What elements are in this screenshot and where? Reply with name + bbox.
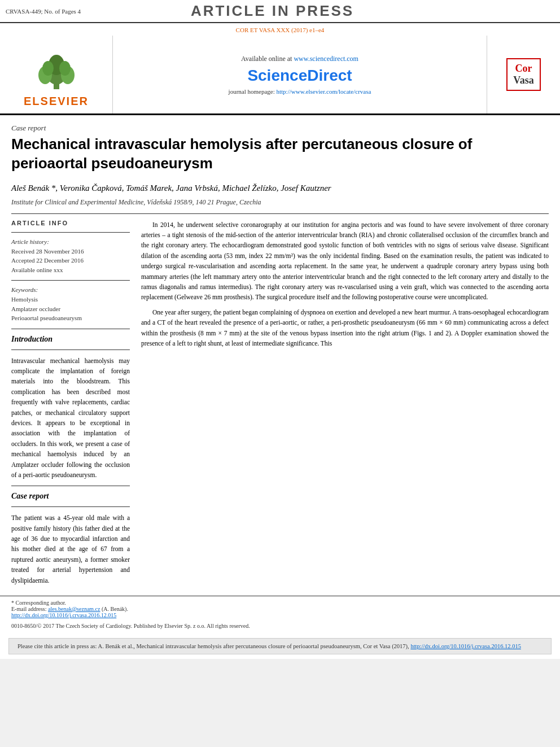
divider-5 — [11, 350, 130, 350]
copyright-section: 0010-8650/© 2017 The Czech Society of Ca… — [0, 621, 560, 634]
authors-text: Aleš Benák *, Veronika Čapková, Tomáš Ma… — [11, 184, 331, 193]
main-content: Case report Mechanical intravascular hem… — [0, 115, 560, 596]
journal-header-center: Available online at www.sciencedirect.co… — [113, 36, 487, 113]
divider-2 — [11, 232, 130, 233]
journal-homepage-url[interactable]: http://www.elsevier.com/locate/crvasa — [277, 88, 371, 95]
accepted-date: Accepted 22 December 2016 — [11, 256, 130, 265]
journal-header: ELSEVIER Available online at www.science… — [0, 36, 560, 115]
page: CRVASA-449; No. of Pages 4 ARTICLE IN PR… — [0, 0, 560, 659]
svg-point-5 — [42, 61, 54, 76]
article-history-section: Article history: Received 28 November 20… — [11, 238, 130, 275]
journal-ref: COR ET VASA XXX (2017) e1–e4 — [236, 27, 325, 33]
available-online: Available online xxx — [11, 265, 130, 275]
affiliation: Institute for Clinical and Experimental … — [11, 198, 549, 207]
article-info-title: ARTICLE INFO — [11, 220, 130, 226]
corresponding-note: * Corresponding author. — [11, 600, 549, 606]
authors: Aleš Benák *, Veronika Čapková, Tomáš Ma… — [11, 181, 549, 195]
divider-3 — [11, 280, 130, 281]
introduction-title: Introduction — [11, 335, 130, 344]
received-date: Received 28 November 2016 — [11, 247, 130, 256]
elsevier-tree-icon — [31, 41, 82, 92]
case-report-section-left: Case report The patient was a 45-year ol… — [11, 492, 130, 586]
citation-doi-link[interactable]: http://dx.doi.org/10.1016/j.crvasa.2016.… — [410, 643, 521, 649]
case-report-title: Case report — [11, 492, 130, 501]
case-report-text3: One year after surgery, the patient bega… — [141, 307, 549, 349]
main-body-column: In 2014, he underwent selective coronaro… — [141, 220, 549, 590]
svg-point-6 — [59, 61, 71, 76]
keyword-3: Perioaortal pseudoaneurysm — [11, 313, 130, 323]
email-label: E-mail address: — [11, 606, 46, 612]
top-banner: CRVASA-449; No. of Pages 4 ARTICLE IN PR… — [0, 0, 560, 23]
footnote-section: * Corresponding author. E-mail address: … — [0, 596, 560, 621]
corvasa-logo: Cor Vasa — [506, 58, 540, 91]
corresponding-label: * Corresponding author. — [11, 600, 66, 606]
available-online-text: Available online at www.sciencedirect.co… — [241, 55, 358, 63]
elsevier-logo-area: ELSEVIER — [0, 36, 113, 113]
divider-7 — [11, 506, 130, 507]
journal-homepage: journal homepage: http://www.elsevier.co… — [229, 88, 371, 95]
elsevier-text: ELSEVIER — [24, 95, 89, 108]
case-report-text2: In 2014, he underwent selective coronaro… — [141, 220, 549, 303]
divider-6 — [11, 486, 130, 486]
article-in-press-banner: ARTICLE IN PRESS — [81, 2, 464, 20]
introduction-text: Intravascular mechanical haemolysis may … — [11, 356, 130, 480]
corvasa-cor: Cor — [513, 63, 533, 75]
keywords-section: Keywords: Hemolysis Amplatzer occluder P… — [11, 286, 130, 323]
doi-line: http://dx.doi.org/10.1016/j.crvasa.2016.… — [11, 612, 549, 618]
history-heading: Article history: — [11, 238, 130, 245]
corvasa-logo-area: Cor Vasa — [487, 36, 560, 113]
two-column-layout: ARTICLE INFO Article history: Received 2… — [11, 220, 549, 590]
sciencedirect-logo: ScienceDirect — [247, 67, 352, 85]
email-suffix: (A. Benák). — [102, 606, 128, 612]
article-id: CRVASA-449; No. of Pages 4 — [6, 8, 81, 15]
case-report-text1: The patient was a 45-year old male with … — [11, 513, 130, 586]
citation-box: Please cite this article in press as: A.… — [8, 638, 552, 654]
corvasa-vasa: Vasa — [513, 75, 533, 86]
section-label: Case report — [11, 124, 549, 133]
introduction-section-left: Introduction Intravascular mechanical ha… — [11, 335, 130, 480]
email-line: E-mail address: ales.benak@seznam.cz (A.… — [11, 606, 549, 612]
keyword-2: Amplatzer occluder — [11, 304, 130, 314]
sd-url[interactable]: www.sciencedirect.com — [294, 55, 358, 63]
copyright-text: 0010-8650/© 2017 The Czech Society of Ca… — [11, 623, 250, 629]
keyword-1: Hemolysis — [11, 295, 130, 304]
article-title: Mechanical intravascular hemolysis after… — [11, 135, 549, 173]
keywords-heading: Keywords: — [11, 286, 130, 293]
email-link[interactable]: ales.benak@seznam.cz — [48, 606, 100, 612]
divider-1 — [11, 213, 549, 214]
citation-text: Please cite this article in press as: A.… — [18, 643, 521, 649]
divider-4 — [11, 329, 130, 329]
article-info-column: ARTICLE INFO Article history: Received 2… — [11, 220, 130, 590]
doi-link[interactable]: http://dx.doi.org/10.1016/j.crvasa.2016.… — [11, 612, 116, 618]
article-in-press-label: ARTICLE IN PRESS — [81, 2, 464, 20]
